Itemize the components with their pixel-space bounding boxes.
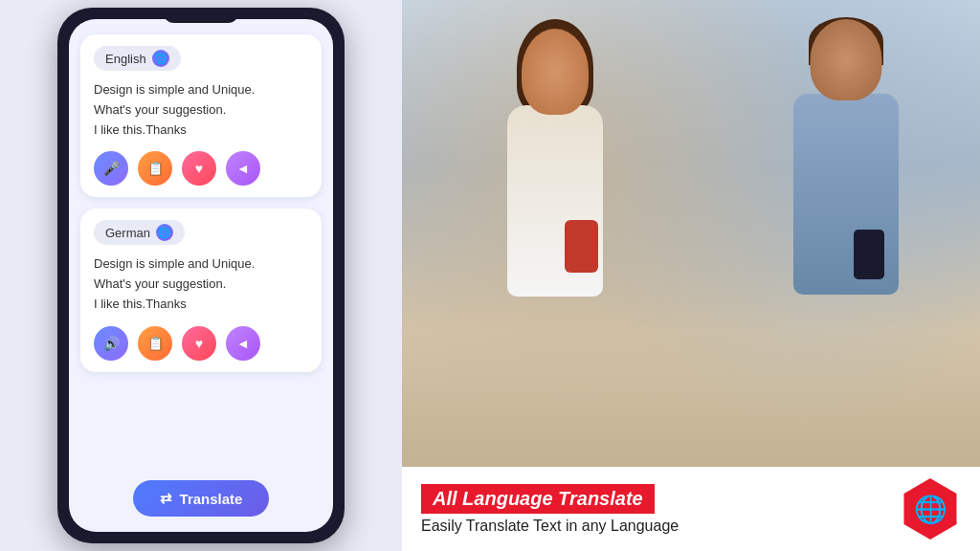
copy-button[interactable]: 📋 (138, 151, 172, 186)
right-panel: All Language Translate Easily Translate … (402, 0, 980, 551)
translate-button-container: ⇄ Translate (80, 476, 322, 517)
left-panel: English 🌐 Design is simple and Unique.Wh… (0, 0, 402, 551)
target-copy-icon: 📋 (147, 336, 164, 351)
heart-button[interactable]: ♥ (182, 151, 216, 186)
target-heart-button[interactable]: ♥ (182, 326, 216, 361)
target-card: German 🌐 Design is simple and Unique.Wha… (80, 209, 322, 371)
speaker-button[interactable]: 🔊 (94, 326, 128, 361)
woman-phone (565, 220, 598, 273)
banner-text-block: All Language Translate Easily Translate … (421, 484, 888, 535)
target-globe-icon: 🌐 (156, 224, 173, 241)
translate-label: Translate (180, 491, 243, 507)
bottom-banner: All Language Translate Easily Translate … (402, 467, 980, 551)
target-share-button[interactable]: ◄ (226, 326, 260, 361)
woman-head (522, 29, 589, 115)
share-button[interactable]: ◄ (226, 151, 260, 186)
globe-symbol: 🌐 (914, 494, 947, 525)
copy-icon: 📋 (147, 161, 164, 176)
man-head (811, 19, 882, 100)
translate-icon: ⇄ (160, 490, 172, 507)
phone-frame: English 🌐 Design is simple and Unique.Wh… (57, 8, 345, 543)
phone-screen: English 🌐 Design is simple and Unique.Wh… (69, 19, 333, 532)
phone-notch (163, 8, 239, 23)
target-action-buttons: 🔊 📋 ♥ ◄ (94, 326, 308, 361)
speaker-icon: 🔊 (103, 336, 120, 351)
source-lang-label: English (105, 52, 146, 66)
target-lang-label: German (105, 226, 150, 240)
target-text: Design is simple and Unique.What's your … (94, 254, 308, 314)
banner-title: All Language Translate (421, 484, 655, 514)
share-icon: ◄ (236, 161, 250, 176)
mic-button[interactable]: 🎤 (94, 151, 128, 186)
target-heart-icon: ♥ (195, 336, 203, 351)
heart-icon: ♥ (195, 161, 203, 176)
source-card: English 🌐 Design is simple and Unique.Wh… (80, 34, 322, 197)
target-share-icon: ◄ (236, 336, 250, 351)
translate-button[interactable]: ⇄ Translate (133, 480, 270, 517)
source-lang-selector[interactable]: English 🌐 (94, 46, 181, 71)
target-copy-button[interactable]: 📋 (138, 326, 172, 361)
source-text: Design is simple and Unique.What's your … (94, 80, 308, 140)
banner-globe-icon: 🌐 (900, 478, 961, 540)
source-globe-icon: 🌐 (152, 50, 169, 67)
target-lang-selector[interactable]: German 🌐 (94, 220, 185, 245)
banner-subtitle: Easily Translate Text in any Language (421, 518, 888, 535)
man-phone (854, 230, 884, 279)
mic-icon: 🎤 (103, 161, 120, 176)
source-action-buttons: 🎤 📋 ♥ ◄ (94, 151, 308, 186)
